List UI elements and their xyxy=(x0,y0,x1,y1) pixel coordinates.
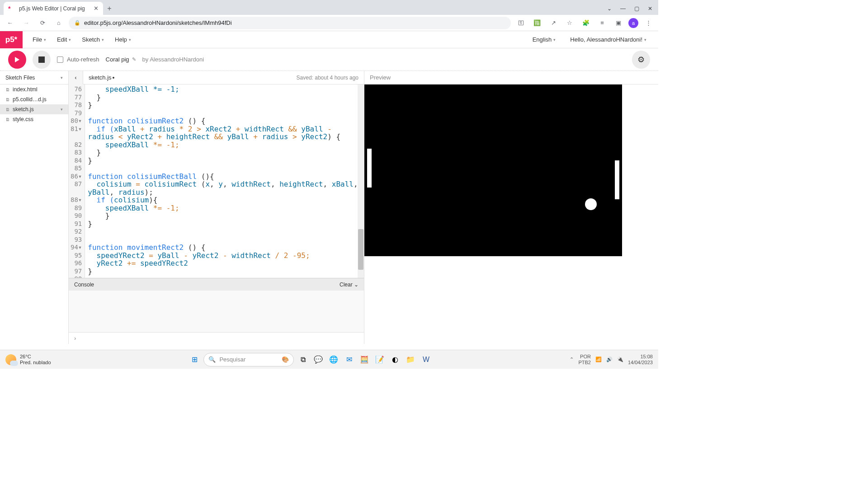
tray-clock[interactable]: 15:08 14/04/2023 xyxy=(628,354,653,366)
settings-button[interactable]: ⚙ xyxy=(632,51,650,69)
preview-canvas[interactable] xyxy=(364,84,622,256)
reload-button[interactable]: ⟳ xyxy=(36,17,49,29)
back-button[interactable]: ← xyxy=(4,17,16,29)
close-window-icon[interactable]: ✕ xyxy=(644,2,656,15)
menu-help-label: Help xyxy=(115,36,127,43)
console-clear[interactable]: Clear ⌄ xyxy=(340,282,359,288)
auto-refresh-toggle[interactable]: Auto-refresh xyxy=(57,56,99,63)
checkbox-icon[interactable] xyxy=(57,56,63,63)
menu-edit[interactable]: Edit▾ xyxy=(52,33,75,46)
code-content[interactable]: speedXBall *= -1; } } function colisiumR… xyxy=(85,84,364,278)
editor-tab-bar: ‹ sketch.js • Saved: about 4 hours ago xyxy=(69,71,364,84)
start-button[interactable]: ⊞ xyxy=(188,353,201,366)
taskbar-search[interactable]: 🔍 Pesquisar 🎨 xyxy=(203,353,294,366)
menu-icon[interactable]: ⋮ xyxy=(642,17,655,29)
favicon-icon: * xyxy=(8,5,15,12)
stop-button[interactable] xyxy=(33,51,51,69)
system-tray: ⌃ POR PTB2 📶 🔊 🔌 15:08 14/04/2023 xyxy=(564,354,658,366)
paddle-left xyxy=(367,149,372,188)
word-icon[interactable]: W xyxy=(420,353,432,366)
new-tab-button[interactable]: + xyxy=(103,2,116,15)
chrome-icon[interactable]: 🌐 xyxy=(327,353,340,366)
file-name: sketch.js xyxy=(13,106,34,113)
p5-header: p5* File▾ Edit▾ Sketch▾ Help▾ English▾ H… xyxy=(0,31,658,48)
editor-scrollbar[interactable] xyxy=(358,84,364,278)
caret-icon[interactable]: ▾ xyxy=(61,107,63,112)
home-button[interactable]: ⌂ xyxy=(52,17,65,29)
tray-overflow-icon[interactable]: ⌃ xyxy=(570,357,574,362)
toolbar-icons: ⚿ 🈯 ↗ ☆ 🧩 ≡ ▣ a ⋮ xyxy=(514,17,655,29)
teams-icon[interactable]: 💬 xyxy=(312,353,325,366)
main-area: Sketch Files ▾ 🗎index.html 🗎p5.collid…d.… xyxy=(0,71,658,344)
sidebar-header[interactable]: Sketch Files ▾ xyxy=(0,71,68,84)
auto-refresh-label: Auto-refresh xyxy=(67,56,99,63)
forward-button[interactable]: → xyxy=(20,17,33,29)
stop-icon xyxy=(38,56,45,63)
volume-icon[interactable]: 🔊 xyxy=(606,357,613,362)
extensions-icon[interactable]: 🧩 xyxy=(580,17,592,29)
sidebar-title: Sketch Files xyxy=(5,75,35,81)
calculator-icon[interactable]: 🧮 xyxy=(358,353,371,366)
caret-icon: ▾ xyxy=(44,38,46,42)
caret-icon[interactable]: ▾ xyxy=(61,75,63,80)
battery-icon[interactable]: 🔌 xyxy=(617,357,623,362)
user-greeting[interactable]: Hello, AlessandroHNardoni!▾ xyxy=(566,33,651,46)
scrollbar-thumb[interactable] xyxy=(358,229,363,270)
greeting-label: Hello, AlessandroHNardoni! xyxy=(570,36,642,43)
close-tab-icon[interactable]: ✕ xyxy=(94,5,99,12)
browser-nav-bar: ← → ⟳ ⌂ 🔒 editor.p5js.org/AlessandroHNar… xyxy=(0,15,658,31)
caret-icon: ▾ xyxy=(644,38,646,42)
translate-icon[interactable]: 🈯 xyxy=(531,17,543,29)
menu-edit-label: Edit xyxy=(57,36,67,43)
console-input[interactable]: › xyxy=(69,332,364,344)
minimize-icon[interactable]: — xyxy=(617,2,629,15)
file-item-sketch[interactable]: 🗎sketch.js▾ xyxy=(0,104,68,114)
side-panel-icon[interactable]: ▣ xyxy=(612,17,625,29)
console-body xyxy=(69,291,364,332)
url-bar[interactable]: 🔒 editor.p5js.org/AlessandroHNardoni/ske… xyxy=(69,17,511,29)
clock-time: 15:08 xyxy=(628,354,653,360)
reading-list-icon[interactable]: ≡ xyxy=(596,17,609,29)
notepad-icon[interactable]: 📝 xyxy=(373,353,386,366)
task-view-icon[interactable]: ⧉ xyxy=(297,353,309,366)
maximize-icon[interactable]: ▢ xyxy=(630,2,643,15)
collapse-sidebar-button[interactable]: ‹ xyxy=(69,71,83,84)
pencil-icon[interactable]: ✎ xyxy=(132,56,136,62)
weather-widget[interactable]: 26°C Pred. nublado xyxy=(0,354,57,366)
tray-language[interactable]: POR PTB2 xyxy=(578,354,591,366)
file-item-style[interactable]: 🗎style.css xyxy=(0,114,68,124)
wifi-icon[interactable]: 📶 xyxy=(595,357,602,362)
browser-tab[interactable]: * p5.js Web Editor | Coral pig ✕ xyxy=(4,2,103,15)
file-icon: 🗎 xyxy=(5,107,10,112)
lang-line2: PTB2 xyxy=(578,360,591,366)
file-name: index.html xyxy=(13,86,38,93)
console-header: Console Clear ⌄ xyxy=(69,278,364,291)
sketch-name[interactable]: Coral pig ✎ xyxy=(106,56,136,63)
menu-help[interactable]: Help▾ xyxy=(110,33,136,46)
editor-tab[interactable]: sketch.js • xyxy=(83,74,120,81)
menu-sketch[interactable]: Sketch▾ xyxy=(77,33,108,46)
p5-logo[interactable]: p5* xyxy=(0,31,23,48)
file-item-collide[interactable]: 🗎p5.collid…d.js xyxy=(0,94,68,104)
play-button[interactable] xyxy=(8,51,26,69)
tab-dropdown-icon[interactable]: ⌄ xyxy=(603,2,616,15)
key-icon[interactable]: ⚿ xyxy=(514,17,527,29)
url-text: editor.p5js.org/AlessandroHNardoni/sketc… xyxy=(84,19,232,26)
copilot-icon[interactable]: ◐ xyxy=(389,353,401,366)
preview-column: Preview xyxy=(364,71,658,344)
editor-column: ‹ sketch.js • Saved: about 4 hours ago 7… xyxy=(69,71,364,344)
code-editor[interactable]: 76 77 78 79 80▾ 81▾ 82 83 84 85 86▾ 87 8… xyxy=(69,84,364,278)
chevron-down-icon: ⌄ xyxy=(354,282,359,288)
explorer-icon[interactable]: 📁 xyxy=(404,353,417,366)
menu-file[interactable]: File▾ xyxy=(28,33,51,46)
bookmark-icon[interactable]: ☆ xyxy=(563,17,576,29)
console-label: Console xyxy=(74,282,94,288)
menu-sketch-label: Sketch xyxy=(82,36,100,43)
caret-icon: ▾ xyxy=(102,38,104,42)
file-item-index[interactable]: 🗎index.html xyxy=(0,84,68,94)
weather-temp: 26°C xyxy=(20,354,51,360)
language-select[interactable]: English▾ xyxy=(528,33,561,46)
mail-icon[interactable]: ✉ xyxy=(343,353,355,366)
profile-avatar[interactable]: a xyxy=(628,18,638,28)
share-icon[interactable]: ↗ xyxy=(547,17,560,29)
